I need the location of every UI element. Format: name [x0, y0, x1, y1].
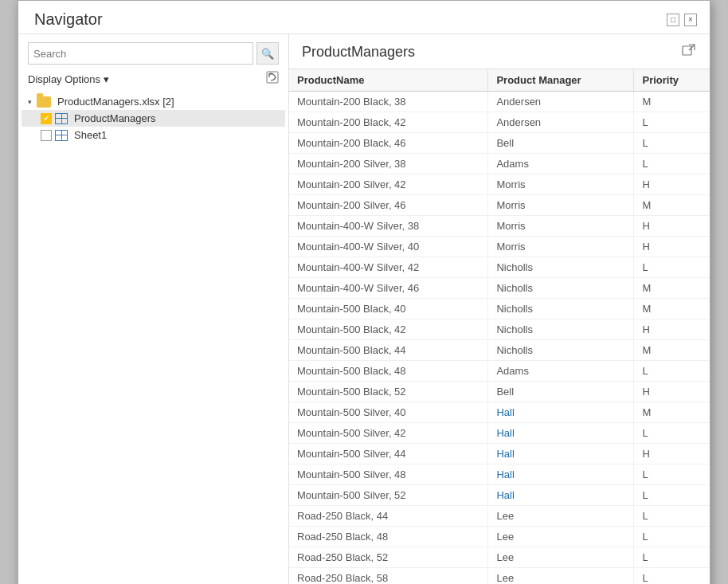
table-cell: Mountain-200 Silver, 38	[289, 154, 488, 174]
table-cell: Mountain-500 Black, 48	[289, 361, 488, 382]
table-cell: Mountain-500 Silver, 48	[289, 464, 488, 485]
table-cell: Mountain-200 Black, 46	[289, 133, 488, 154]
table-cell: M	[634, 195, 710, 216]
table-cell: Hall	[488, 444, 634, 464]
tree-area: ▾ ProductManagers.xlsx [2] ProductManage…	[18, 93, 288, 581]
sheet1-label: Sheet1	[74, 129, 107, 141]
table-cell: Lee	[488, 568, 634, 585]
table-cell: Nicholls	[488, 319, 634, 340]
table-cell: Nicholls	[488, 278, 634, 299]
table-cell: Mountain-500 Silver, 42	[289, 423, 488, 444]
table-row: Mountain-400-W Silver, 38MorrisH	[289, 216, 710, 237]
table-cell: L	[634, 464, 710, 485]
folder-icon	[37, 96, 51, 108]
close-button[interactable]: ×	[684, 14, 697, 26]
col-header-manager: Product Manager	[488, 69, 634, 92]
table-cell: L	[634, 485, 710, 506]
table-cell: M	[634, 340, 710, 361]
table-row: Mountain-400-W Silver, 42NichollsL	[289, 257, 710, 278]
file-label: ProductManagers.xlsx [2]	[57, 96, 174, 108]
table-cell: Lee	[488, 506, 634, 527]
table-row: Road-250 Black, 52LeeL	[289, 547, 710, 568]
table-cell: M	[634, 278, 710, 299]
tree-item-sheet1[interactable]: Sheet1	[22, 127, 285, 143]
table-cell: M	[634, 92, 710, 112]
table-cell: Hall	[488, 464, 634, 485]
table-cell: Nicholls	[488, 340, 634, 361]
table-cell: Lee	[488, 527, 634, 547]
external-link-icon	[681, 42, 697, 62]
table-cell: Andersen	[488, 112, 634, 133]
table-cell: H	[634, 174, 710, 195]
table-cell: M	[634, 299, 710, 319]
table-cell: Hall	[488, 485, 634, 506]
table-icon-sheet1	[55, 130, 68, 141]
svg-rect-1	[683, 46, 691, 55]
col-header-priority: Priority	[634, 69, 710, 92]
table-cell: Lee	[488, 547, 634, 568]
right-panel: ProductManagers ProductName	[289, 34, 710, 584]
table-cell: Hall	[488, 423, 634, 444]
preview-title: ProductManagers	[302, 44, 415, 61]
table-cell: L	[634, 154, 710, 174]
table-row: Mountain-200 Silver, 46MorrisM	[289, 195, 710, 216]
table-row: Mountain-500 Silver, 40HallM	[289, 402, 710, 423]
tree-file-item[interactable]: ▾ ProductManagers.xlsx [2]	[22, 93, 285, 110]
table-row: Mountain-500 Black, 52BellH	[289, 382, 710, 402]
table-cell: Mountain-200 Silver, 42	[289, 174, 488, 195]
table-cell: L	[634, 568, 710, 585]
refresh-icon	[266, 71, 279, 84]
table-icon-product-managers	[55, 113, 68, 124]
table-row: Mountain-500 Silver, 52HallL	[289, 485, 710, 506]
table-cell: Mountain-500 Silver, 52	[289, 485, 488, 506]
checkbox-sheet1[interactable]	[41, 130, 52, 141]
table-row: Mountain-500 Black, 42NichollsH	[289, 319, 710, 340]
table-cell: Mountain-500 Black, 42	[289, 319, 488, 340]
table-cell: H	[634, 319, 710, 340]
table-cell: H	[634, 382, 710, 402]
table-cell: Mountain-400-W Silver, 40	[289, 237, 488, 257]
search-icon: 🔍	[261, 48, 274, 60]
table-cell: L	[634, 133, 710, 154]
table-cell: Road-250 Black, 58	[289, 568, 488, 585]
table-cell: Mountain-500 Black, 44	[289, 340, 488, 361]
table-cell: Mountain-400-W Silver, 46	[289, 278, 488, 299]
table-row: Mountain-500 Silver, 44HallH	[289, 444, 710, 464]
table-row: Road-250 Black, 44LeeL	[289, 506, 710, 527]
table-cell: Mountain-400-W Silver, 38	[289, 216, 488, 237]
table-cell: Adams	[488, 154, 634, 174]
title-bar: Navigator □ ×	[18, 1, 710, 33]
tree-item-product-managers[interactable]: ProductManagers	[22, 110, 285, 127]
table-cell: Bell	[488, 382, 634, 402]
table-cell: Nicholls	[488, 299, 634, 319]
search-row: 🔍	[18, 42, 288, 71]
table-row: Road-250 Black, 58LeeL	[289, 568, 710, 585]
table-cell: Morris	[488, 216, 634, 237]
table-cell: L	[634, 361, 710, 382]
table-row: Mountain-200 Silver, 38AdamsL	[289, 154, 710, 174]
product-managers-label: ProductManagers	[74, 112, 156, 124]
table-cell: Mountain-200 Black, 42	[289, 112, 488, 133]
table-cell: Andersen	[488, 92, 634, 112]
table-row: Mountain-400-W Silver, 40MorrisH	[289, 237, 710, 257]
minimize-button[interactable]: □	[667, 14, 679, 26]
search-button[interactable]: 🔍	[256, 42, 279, 65]
table-scroll-area[interactable]: ProductName Product Manager Priority Mou…	[289, 69, 710, 584]
table-cell: Mountain-500 Black, 52	[289, 382, 488, 402]
display-options-label: Display Options	[28, 73, 100, 85]
search-input[interactable]	[28, 42, 253, 65]
display-options-row: Display Options ▾	[18, 71, 288, 93]
checkbox-product-managers[interactable]	[41, 113, 52, 124]
table-row: Mountain-500 Black, 40NichollsM	[289, 299, 710, 319]
chevron-down-icon: ▾	[104, 73, 109, 85]
content-area: 🔍 Display Options ▾	[18, 33, 710, 584]
table-cell: L	[634, 547, 710, 568]
table-cell: Nicholls	[488, 257, 634, 278]
table-cell: Bell	[488, 133, 634, 154]
title-bar-controls: □ ×	[667, 14, 697, 26]
table-cell: L	[634, 112, 710, 133]
col-header-productname: ProductName	[289, 69, 488, 92]
refresh-button[interactable]	[266, 71, 279, 87]
table-cell: L	[634, 257, 710, 278]
display-options-button[interactable]: Display Options ▾	[28, 73, 109, 85]
